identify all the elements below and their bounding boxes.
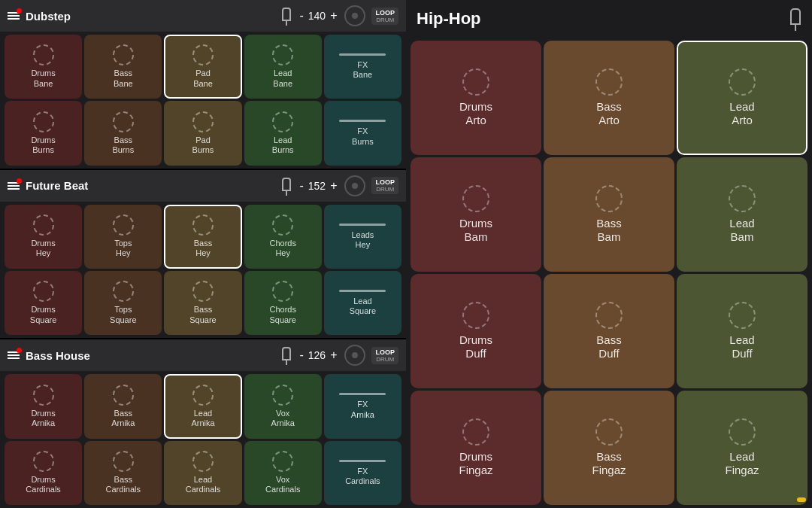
right-pad-4[interactable]: Bass Bam bbox=[544, 157, 674, 272]
pad-label: Drums Square bbox=[30, 305, 56, 324]
pad-bass-house-8[interactable]: Vox Cardinals bbox=[244, 441, 322, 505]
pad-future-beat-3[interactable]: Chords Hey bbox=[244, 205, 322, 269]
right-pad-circle bbox=[462, 302, 489, 329]
pad-circle bbox=[192, 111, 214, 132]
right-header: Hip-Hop bbox=[406, 0, 812, 38]
pad-circle bbox=[113, 451, 134, 472]
pad-circle bbox=[272, 281, 293, 302]
bpm-plus-button[interactable]: + bbox=[329, 179, 338, 193]
pad-dubstep-8[interactable]: Lead Burns bbox=[244, 101, 322, 165]
pad-future-beat-7[interactable]: Bass Square bbox=[164, 271, 241, 335]
pad-circle bbox=[339, 290, 386, 292]
right-pad-circle bbox=[462, 418, 489, 446]
pad-circle bbox=[192, 44, 214, 65]
pad-future-beat-1[interactable]: Tops Hey bbox=[84, 205, 162, 269]
pad-circle bbox=[339, 460, 386, 462]
pad-bass-house-9[interactable]: FX Cardinals bbox=[324, 441, 401, 505]
tempo-tap-circle[interactable] bbox=[344, 5, 365, 26]
section-future-beat: Future Beat-152+LOOPDRUMDrums HeyTops He… bbox=[0, 170, 406, 340]
pad-bass-house-1[interactable]: Bass Arnika bbox=[84, 374, 162, 438]
right-pad-label: Bass Arto bbox=[596, 100, 621, 127]
right-pad-11[interactable]: Lead Fingaz bbox=[677, 391, 807, 505]
pad-dubstep-9[interactable]: FX Burns bbox=[324, 101, 401, 165]
pad-future-beat-9[interactable]: Lead Square bbox=[324, 271, 401, 335]
pad-dubstep-7[interactable]: Pad Burns bbox=[164, 101, 241, 165]
pad-future-beat-8[interactable]: Chords Square bbox=[244, 271, 322, 335]
pad-label: Bass Square bbox=[189, 305, 216, 324]
pad-future-beat-0[interactable]: Drums Hey bbox=[5, 205, 82, 269]
pad-future-beat-2[interactable]: Bass Hey bbox=[164, 205, 241, 269]
right-pad-1[interactable]: Bass Arto bbox=[544, 41, 674, 155]
pad-dubstep-3[interactable]: Lead Bane bbox=[244, 35, 322, 99]
pad-bass-house-3[interactable]: Vox Arnika bbox=[244, 374, 322, 438]
right-pad-8[interactable]: Lead Duff bbox=[677, 274, 807, 388]
tuner-icon[interactable] bbox=[281, 178, 292, 194]
pad-circle bbox=[113, 111, 134, 132]
pad-dubstep-6[interactable]: Bass Burns bbox=[84, 101, 162, 165]
pad-circle bbox=[33, 44, 54, 65]
pad-dubstep-4[interactable]: FX Bane bbox=[324, 35, 401, 99]
right-pad-circle bbox=[729, 185, 756, 212]
bpm-minus-button[interactable]: - bbox=[298, 9, 304, 23]
right-pad-10[interactable]: Bass Fingaz bbox=[544, 391, 674, 505]
right-pad-7[interactable]: Bass Duff bbox=[544, 274, 674, 388]
tempo-tap-circle[interactable] bbox=[344, 345, 365, 366]
pad-bass-house-2[interactable]: Lead Arnika bbox=[164, 374, 241, 438]
left-panel: Dubstep-140+LOOPDRUMDrums BaneBass BaneP… bbox=[0, 0, 406, 508]
section-header-bass-house: Bass House-126+LOOPDRUM bbox=[0, 339, 406, 371]
bpm-value: 126 bbox=[308, 349, 326, 361]
right-tuner-icon bbox=[789, 8, 801, 29]
right-pad-label: Lead Fingaz bbox=[725, 450, 759, 477]
right-pad-2[interactable]: Lead Arto bbox=[677, 41, 807, 155]
tuner-icon[interactable] bbox=[281, 347, 292, 364]
hamburger-icon[interactable] bbox=[8, 181, 20, 191]
pad-grid-future-beat: Drums HeyTops HeyBass HeyChords HeyLeads… bbox=[0, 202, 406, 339]
pad-label: Bass Arnika bbox=[111, 409, 135, 428]
pad-label: Leads Hey bbox=[351, 230, 374, 250]
pad-circle bbox=[33, 214, 54, 236]
right-pad-label: Bass Bam bbox=[596, 217, 621, 244]
notification-badge bbox=[17, 348, 22, 353]
right-pad-0[interactable]: Drums Arto bbox=[411, 41, 541, 155]
right-pad-circle bbox=[462, 185, 489, 212]
pad-label: FX Arnika bbox=[351, 400, 374, 419]
pad-circle bbox=[33, 111, 54, 132]
bpm-control: -152+ bbox=[298, 179, 338, 193]
pad-dubstep-0[interactable]: Drums Bane bbox=[5, 35, 82, 99]
pad-label: Bass Cardinals bbox=[106, 475, 141, 494]
tempo-tap-circle[interactable] bbox=[344, 175, 365, 196]
pad-dubstep-5[interactable]: Drums Burns bbox=[5, 101, 82, 165]
pad-dubstep-2[interactable]: Pad Bane bbox=[164, 35, 241, 99]
pad-label: Drums Cardinals bbox=[26, 475, 60, 494]
hamburger-icon[interactable] bbox=[8, 11, 20, 21]
pad-future-beat-4[interactable]: Leads Hey bbox=[324, 205, 401, 269]
pad-bass-house-0[interactable]: Drums Arnika bbox=[5, 374, 82, 438]
pad-label: Lead Arnika bbox=[191, 409, 214, 428]
notification-badge bbox=[17, 8, 22, 14]
bpm-plus-button[interactable]: + bbox=[329, 348, 338, 362]
right-pad-9[interactable]: Drums Fingaz bbox=[411, 391, 541, 505]
bpm-minus-button[interactable]: - bbox=[298, 179, 304, 193]
pad-future-beat-5[interactable]: Drums Square bbox=[5, 271, 82, 335]
hamburger-icon[interactable] bbox=[8, 350, 20, 360]
loop-button[interactable]: LOOPDRUM bbox=[371, 347, 398, 364]
bpm-plus-button[interactable]: + bbox=[329, 9, 338, 23]
pad-bass-house-6[interactable]: Bass Cardinals bbox=[84, 441, 162, 505]
loop-button[interactable]: LOOPDRUM bbox=[371, 177, 398, 194]
tuner-icon[interactable] bbox=[281, 8, 292, 24]
bpm-control: -140+ bbox=[298, 9, 338, 23]
bpm-value: 152 bbox=[308, 180, 326, 192]
right-pad-5[interactable]: Lead Bam bbox=[677, 157, 807, 272]
loop-button[interactable]: LOOPDRUM bbox=[371, 8, 398, 25]
right-pad-3[interactable]: Drums Bam bbox=[411, 157, 541, 272]
bpm-minus-button[interactable]: - bbox=[298, 348, 304, 362]
pad-circle bbox=[339, 393, 386, 395]
pad-bass-house-4[interactable]: FX Arnika bbox=[324, 374, 401, 438]
right-pad-6[interactable]: Drums Duff bbox=[411, 274, 541, 388]
pad-bass-house-5[interactable]: Drums Cardinals bbox=[5, 441, 82, 505]
pad-dubstep-1[interactable]: Bass Bane bbox=[84, 35, 162, 99]
pad-label: Vox Cardinals bbox=[265, 475, 300, 494]
pad-future-beat-6[interactable]: Tops Square bbox=[84, 271, 162, 335]
pad-label: FX Bane bbox=[353, 60, 373, 80]
pad-bass-house-7[interactable]: Lead Cardinals bbox=[164, 441, 241, 505]
